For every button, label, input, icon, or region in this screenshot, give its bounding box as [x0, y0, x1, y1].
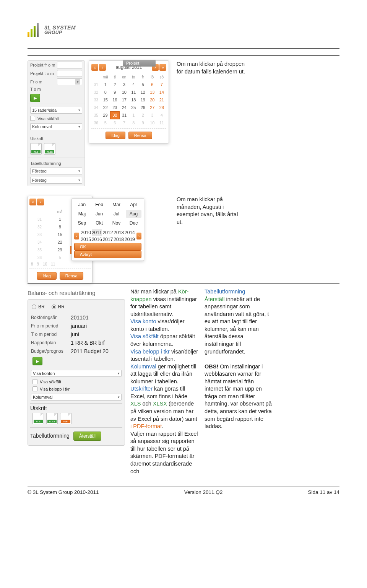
year-option[interactable]: 2014	[125, 229, 135, 236]
filter-panel: Projekt fr o m Projekt t o m Fr o m T o …	[28, 60, 85, 186]
kolumnval-select[interactable]: Kolumnval	[31, 394, 122, 401]
month-option[interactable]: Mar	[109, 201, 124, 208]
label: Bokföringsår	[31, 315, 69, 320]
clear-button[interactable]: Rensa	[128, 132, 152, 139]
visa-konton-select[interactable]: Visa konton	[31, 370, 122, 377]
calendar-popup: «‹ augusti 2011 ›» måtiontofrlösö 311234…	[89, 60, 169, 143]
format-select-1[interactable]: Företag	[30, 168, 82, 174]
year-option[interactable]: 2018	[114, 236, 124, 243]
from-period-input[interactable]: januari	[71, 323, 87, 329]
balance-panel: BR RR Bokföringsår201101 Fr o m periodja…	[28, 299, 125, 446]
section-title: Balans- och resulaträkning	[28, 288, 125, 299]
month-option[interactable]: Jun	[91, 210, 107, 218]
label: Budget/prognos	[31, 349, 69, 354]
cal-prev-year[interactable]: «	[91, 64, 98, 71]
cancel-button[interactable]: Avbryt	[74, 251, 141, 258]
label: T o m	[30, 87, 57, 91]
calendar-day-header: måtiontofrlösö	[91, 73, 166, 81]
export-xlsx-icon[interactable]: XLSX	[46, 413, 58, 424]
year-option[interactable]: 2019	[125, 236, 135, 243]
year-option[interactable]: 2015	[81, 236, 91, 243]
label: Utskrift	[30, 405, 47, 411]
month-option[interactable]: Nov	[109, 219, 124, 227]
year-next[interactable]: ›	[136, 233, 141, 239]
cal-prev-month[interactable]: ‹	[37, 199, 44, 205]
logo: 3L SYSTEM GROUP	[28, 23, 339, 37]
logo-text: 3L SYSTEM GROUP	[44, 25, 76, 35]
label: T o m period	[31, 332, 69, 337]
description-text: Om man klickar på droppen för datum fäll…	[177, 60, 245, 75]
label: Fr o m	[30, 80, 57, 84]
label: Utskrift	[28, 135, 84, 142]
proj-from-input[interactable]	[57, 62, 82, 68]
visa-tkr-checkbox[interactable]: Visa belopp i tkr	[30, 385, 122, 393]
project-column-header: Projekt	[123, 60, 156, 67]
ok-button[interactable]: OK	[74, 243, 141, 251]
page-footer: © 3L System Group 2010-2011 Version 2011…	[28, 487, 339, 495]
selected-date[interactable]: 30	[110, 111, 120, 119]
year-prev[interactable]: ‹	[74, 233, 79, 239]
year-option[interactable]: 2016	[92, 236, 102, 243]
label: Tabellutformning	[28, 160, 84, 166]
month-option-selected[interactable]: Aug	[126, 210, 141, 218]
cal-prev-month[interactable]: ‹	[99, 64, 106, 71]
year-option[interactable]: 2010	[81, 229, 91, 236]
description-text: Om man klickar på månaden, Augusti i exe…	[177, 196, 245, 226]
month-option[interactable]: Apr	[126, 201, 141, 208]
year-option[interactable]: 2013	[114, 229, 124, 236]
footer-left: © 3L System Group 2010-2011	[28, 489, 99, 495]
export-xls-icon[interactable]: XLS	[32, 413, 44, 424]
description-column-1: När man klickar på Kör-knappen visas ins…	[130, 288, 199, 475]
month-option[interactable]: Jan	[74, 201, 90, 208]
show-search-checkbox[interactable]: Visa sökfält	[28, 115, 84, 122]
calendar-grid: måtiontofrlösö 311234567 32891011121314 …	[91, 73, 166, 127]
cal-prev-year[interactable]: «	[29, 199, 36, 205]
description-column-2: Tabellutformning Återställ innebär att d…	[205, 288, 273, 475]
run-button[interactable]	[32, 357, 42, 365]
label: Rapportplan	[31, 340, 69, 345]
budget-input[interactable]: 2011 Budget 20	[71, 348, 109, 354]
month-option[interactable]: Okt	[91, 219, 107, 227]
month-option[interactable]: Sep	[74, 219, 90, 227]
year-option[interactable]: 2017	[103, 236, 113, 243]
run-button[interactable]	[30, 94, 40, 102]
rr-radio[interactable]: RR	[52, 304, 65, 309]
visa-sokfalt-checkbox[interactable]: Visa sökfält	[30, 378, 122, 385]
logo-mark	[28, 23, 41, 37]
bokforingsar-input[interactable]: 201101	[71, 314, 89, 321]
rows-per-page-select[interactable]: 15 rader/sida	[30, 107, 82, 114]
rapportplan-input[interactable]: 1 RR & BR brf	[71, 340, 105, 346]
export-pdf-icon[interactable]: PDF	[60, 413, 71, 424]
month-option[interactable]: Maj	[74, 210, 90, 218]
clear-button[interactable]: Rensa	[60, 272, 83, 280]
month-grid: Jan Feb Mar Apr Maj Jun Jul Aug Sep Okt …	[74, 201, 141, 227]
label: Fr o m period	[31, 323, 69, 329]
label: Projekt t o m	[30, 71, 57, 76]
format-select-2[interactable]: Företag	[30, 177, 82, 184]
dropdown-icon[interactable]	[75, 79, 80, 85]
today-button[interactable]: Idag	[106, 132, 125, 139]
month-option[interactable]: Feb	[91, 201, 107, 208]
month-option[interactable]: Dec	[126, 219, 141, 227]
cal-next-year[interactable]: »	[159, 64, 166, 71]
column-select[interactable]: Kolumnval	[30, 123, 82, 130]
year-option-selected[interactable]: 2011	[92, 229, 102, 236]
footer-mid: Version 2011.Q2	[184, 489, 223, 495]
month-year-popup: Jan Feb Mar Apr Maj Jun Jul Aug Sep Okt …	[71, 198, 144, 261]
today-button[interactable]: Idag	[37, 272, 56, 280]
label: Tabellutformning	[30, 433, 70, 439]
footer-right: Sida 11 av 14	[308, 489, 339, 495]
br-radio[interactable]: BR	[32, 304, 45, 309]
year-option[interactable]: 2012	[103, 229, 113, 236]
month-option[interactable]: Jul	[109, 210, 124, 218]
tom-period-input[interactable]: juni	[71, 331, 79, 337]
export-xlsx-icon[interactable]: XLSX	[44, 143, 55, 155]
from-input[interactable]	[57, 78, 82, 85]
proj-to-input[interactable]	[57, 70, 82, 77]
label: Projekt fr o m	[30, 63, 57, 67]
export-xls-icon[interactable]: XLS	[30, 143, 42, 155]
reset-button[interactable]: Återställ	[73, 432, 101, 441]
